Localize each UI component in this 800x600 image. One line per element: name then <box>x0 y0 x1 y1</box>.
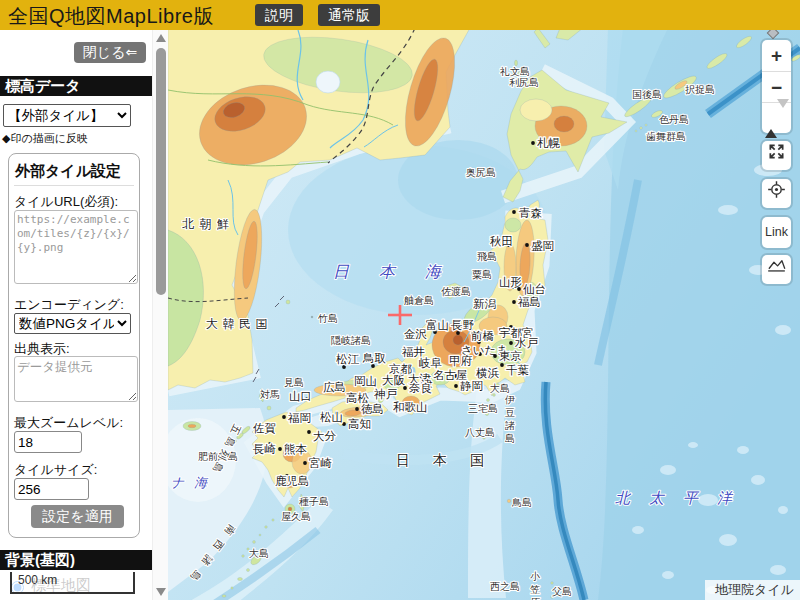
city-label: 松山 <box>320 411 343 423</box>
attribution-textarea[interactable] <box>14 356 138 402</box>
city-dot <box>342 365 346 369</box>
island-label: 隠岐諸島 <box>331 335 371 346</box>
city-dot <box>509 341 513 345</box>
city-dot <box>531 141 535 145</box>
city-label: 奈良 <box>409 382 432 394</box>
city-label: 神戸 <box>374 388 398 400</box>
city-label: 山口 <box>289 390 312 402</box>
island-label: 歯舞群島 <box>646 131 686 142</box>
app-title: 全国Q地図MapLibre版 <box>8 3 214 30</box>
apply-settings-button[interactable]: 設定を適用 <box>31 505 124 528</box>
scrollbar-up-icon[interactable] <box>156 34 166 42</box>
city-label: 熊本 <box>284 443 307 455</box>
tile-url-textarea[interactable] <box>14 210 138 284</box>
scrollbar-down-icon[interactable] <box>156 588 166 596</box>
city-label: 大分 <box>313 430 337 442</box>
sidebar-scrollbar[interactable] <box>152 30 168 600</box>
sidebar-panel: 閉じる⇐ 標高データ 【外部タイル】 ◆印の描画に反映 外部タイル設定 タイルU… <box>0 30 152 600</box>
map-image: 札幌青森秋田盛岡山形仙台新潟福島富山長野金沢福井前橋宇都宮水戸さいたま東京甲府千… <box>168 30 800 600</box>
city-label: 徳島 <box>361 403 384 415</box>
tile-size-input[interactable] <box>14 478 89 500</box>
sea-label: 大韓民国 <box>206 317 272 331</box>
city-label: 山形 <box>499 276 523 288</box>
city-label: 前橋 <box>471 330 495 342</box>
elevation-profile-button[interactable] <box>762 255 791 284</box>
island-label: 屋久島 <box>281 511 311 522</box>
island-label: 奥尻島 <box>466 167 496 178</box>
island-label-vertical: 小笠原諸島 <box>530 571 541 600</box>
sea-label: 北太平洋 <box>615 490 751 506</box>
city-dot <box>512 300 516 304</box>
link-button[interactable]: Link <box>762 217 791 248</box>
island-label: 大島 <box>490 383 510 394</box>
city-label: 長崎 <box>252 443 276 455</box>
city-label: 宮崎 <box>309 457 332 469</box>
island-label: 礼文島 <box>500 66 530 77</box>
city-dot <box>371 364 375 368</box>
pitch-down-icon <box>777 99 789 129</box>
map-attribution[interactable]: 地理院タイル <box>705 580 800 600</box>
map-canvas[interactable]: 札幌青森秋田盛岡山形仙台新潟福島富山長野金沢福井前橋宇都宮水戸さいたま東京甲府千… <box>168 30 800 600</box>
city-dot <box>517 287 521 291</box>
zoom-in-button[interactable]: + <box>762 40 791 71</box>
fullscreen-button[interactable] <box>762 141 791 170</box>
city-label: 松江 <box>336 353 360 365</box>
city-label: 和歌山 <box>393 401 428 413</box>
geolocate-button[interactable] <box>762 179 791 208</box>
island-label: 八丈島 <box>465 427 495 438</box>
sea-label: 北朝鮮 <box>182 217 235 231</box>
island-label: 粟島 <box>472 269 492 280</box>
geolocate-icon <box>762 179 791 208</box>
city-label: 大阪 <box>382 374 406 386</box>
tile-url-label: タイルURL(必須): <box>14 193 118 211</box>
external-tile-settings-box: 外部タイル設定 タイルURL(必須): エンコーディング: 数値PNGタイル 出… <box>8 153 140 538</box>
island-label: 利尻島 <box>509 77 539 88</box>
city-label: 東京 <box>499 350 522 362</box>
city-dot <box>525 243 529 247</box>
island-label: 舳倉島 <box>404 295 434 306</box>
elevation-source-select[interactable]: 【外部タイル】 <box>3 104 131 127</box>
island-label: 父島 <box>552 586 572 597</box>
close-sidebar-button[interactable]: 閉じる⇐ <box>74 42 146 63</box>
island-label: 種子島 <box>299 496 329 507</box>
city-label: 青森 <box>518 207 543 219</box>
city-label: 鹿児島 <box>275 475 310 487</box>
island-label: 鳥島 <box>511 497 532 508</box>
elevation-data-header: 標高データ <box>0 76 152 96</box>
island-label: 飛島 <box>477 251 497 262</box>
city-label: 福岡 <box>288 412 311 424</box>
city-dot <box>403 386 407 390</box>
zoom-out-button[interactable]: − <box>762 71 791 102</box>
zoom-control-group: + − <box>762 40 791 133</box>
help-button[interactable]: 説明 <box>255 4 303 26</box>
city-label: 高知 <box>348 418 371 430</box>
max-zoom-input[interactable] <box>14 431 82 453</box>
mountain-profile-icon <box>762 255 791 284</box>
island-label: 対馬 <box>260 389 280 400</box>
sea-label: 日本海 <box>333 263 471 280</box>
external-tile-settings-title: 外部タイル設定 <box>15 162 121 181</box>
compass-pitch-button[interactable] <box>762 102 791 133</box>
normal-version-button[interactable]: 通常版 <box>318 4 380 26</box>
island-label: 国後島 <box>632 89 662 100</box>
city-label: 鳥取 <box>362 352 387 364</box>
city-label: 仙台 <box>523 283 546 295</box>
city-dot <box>307 430 311 434</box>
city-label: 佐賀 <box>253 422 276 435</box>
city-dot <box>454 384 458 388</box>
city-label: 金沢 <box>404 328 428 340</box>
encoding-select[interactable]: 数値PNGタイル <box>14 313 131 334</box>
city-label: 広島 <box>323 381 346 393</box>
city-dot <box>493 354 497 358</box>
city-label: 横浜 <box>476 367 500 379</box>
city-label: 静岡 <box>460 380 483 392</box>
city-label: 札幌 <box>537 137 561 149</box>
scrollbar-thumb[interactable] <box>156 48 166 295</box>
tile-size-label: タイルサイズ: <box>14 461 97 479</box>
sea-label: 日本国 <box>396 453 507 468</box>
city-dot <box>282 415 286 419</box>
island-label: 色丹島 <box>659 114 689 125</box>
city-label: 新潟 <box>473 298 497 310</box>
encoding-label: エンコーディング: <box>14 296 124 314</box>
city-label: 岡山 <box>354 375 377 387</box>
